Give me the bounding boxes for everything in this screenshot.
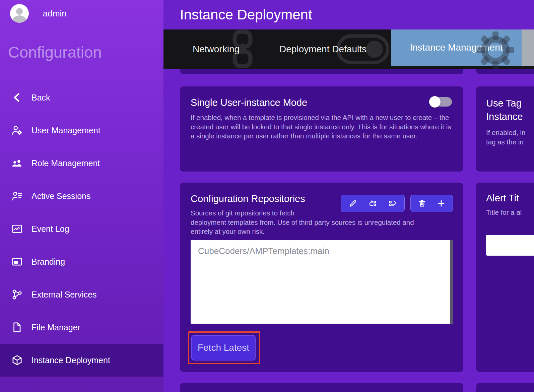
- add-button[interactable]: [433, 196, 449, 211]
- alert-title-input[interactable]: [486, 235, 534, 256]
- chart-icon: [11, 223, 23, 235]
- update-repo-button[interactable]: [385, 196, 400, 211]
- edit-button[interactable]: [345, 196, 361, 211]
- card-sliver-top-right: [476, 69, 534, 74]
- user-list-icon: [11, 190, 23, 202]
- sidebar-item-label: Event Log: [31, 224, 69, 234]
- sidebar-item-label: External Services: [31, 290, 97, 300]
- card-title: Use Tag Instance: [486, 96, 534, 123]
- chevron-left-icon: [11, 92, 23, 103]
- sidebar-item-label: File Manager: [31, 323, 80, 332]
- users-icon: [11, 157, 23, 169]
- sidebar-item-label: Role Management: [31, 158, 100, 168]
- sidebar-item-event-log[interactable]: Event Log: [0, 212, 163, 245]
- fetch-latest-button[interactable]: Fetch Latest: [191, 335, 256, 361]
- sidebar-item-external-services[interactable]: External Services: [0, 278, 163, 311]
- card-title: Single User-instance Mode: [191, 97, 453, 108]
- sidebar-item-active-sessions[interactable]: Active Sessions: [0, 180, 163, 212]
- sidebar-item-user-management[interactable]: User Management: [0, 114, 163, 147]
- card-alert-title: Alert Tit Title for a al: [476, 183, 534, 372]
- tab-bar: Networking Deployment Defaults Instance …: [163, 29, 534, 69]
- sidebar-item-branding[interactable]: Branding: [0, 245, 163, 278]
- avatar: [10, 4, 29, 23]
- sidebar-item-label: Active Sessions: [31, 191, 90, 201]
- repo-toolbar-group: [341, 195, 405, 212]
- pull-repo-button[interactable]: [365, 196, 381, 211]
- sidebar-nav: Back User Management Role Management: [0, 81, 163, 377]
- card-description: If enabled, when a template is provision…: [191, 113, 454, 141]
- scrollbar[interactable]: [450, 240, 453, 324]
- card-description: Title for a al: [486, 208, 534, 217]
- card-sliver-top-left: [180, 69, 463, 74]
- pull-repo-icon: [369, 199, 377, 208]
- tab-deployment-defaults[interactable]: Deployment Defaults: [269, 29, 377, 69]
- sidebar-item-label: User Management: [31, 126, 101, 135]
- page-title: Instance Deployment: [180, 0, 312, 29]
- sidebar-title: Configuration: [8, 43, 102, 61]
- card-sliver-bottom-right: [476, 383, 534, 392]
- tab-networking[interactable]: Networking: [163, 29, 269, 69]
- card-use-tag: Use Tag Instance If enabled, in tag as t…: [476, 86, 534, 172]
- update-repo-icon: [388, 199, 397, 208]
- repository-listbox[interactable]: CubeCoders/AMPTemplates:main: [191, 240, 453, 324]
- sidebar-item-role-management[interactable]: Role Management: [0, 147, 163, 180]
- delete-button[interactable]: [414, 196, 430, 211]
- nodes-icon: [11, 289, 23, 300]
- sidebar: admin Configuration Back User Management: [0, 0, 163, 392]
- sidebar-item-label: Branding: [31, 257, 65, 267]
- image-icon: [11, 256, 23, 267]
- repository-entry[interactable]: CubeCoders/AMPTemplates:main: [191, 240, 453, 262]
- user-row: admin: [10, 4, 67, 23]
- file-icon: [11, 322, 23, 333]
- single-user-mode-toggle[interactable]: [429, 96, 453, 108]
- card-single-user-instance-mode: Single User-instance Mode If enabled, wh…: [180, 86, 463, 172]
- card-configuration-repositories: Configuration Repositories: [180, 183, 463, 372]
- card-description: Sources of git repositories to fetch dep…: [191, 208, 453, 236]
- username: admin: [43, 8, 67, 19]
- sidebar-item-label: Instance Deployment: [31, 355, 110, 365]
- trash-icon: [418, 199, 426, 208]
- sidebar-item-back[interactable]: Back: [0, 81, 163, 114]
- avatar-person-icon: [16, 8, 23, 15]
- card-description: If enabled, in tag as the in: [486, 128, 534, 146]
- gear-icon: [477, 31, 514, 69]
- user-gear-icon: [11, 125, 23, 136]
- sidebar-item-file-manager[interactable]: File Manager: [0, 311, 163, 344]
- toggle-knob: [429, 96, 441, 108]
- sidebar-item-label: Back: [31, 93, 50, 103]
- app-window: admin Configuration Back User Management: [0, 0, 534, 392]
- card-sliver-bottom-left: [180, 383, 463, 392]
- plus-icon: [437, 199, 446, 208]
- repo-toolbar-group-2: [410, 195, 453, 212]
- card-title: Alert Tit: [486, 193, 534, 204]
- pencil-icon: [349, 199, 357, 208]
- tabbar-strip: [522, 29, 534, 66]
- sidebar-item-instance-deployment[interactable]: Instance Deployment: [0, 344, 163, 377]
- cube-icon: [11, 354, 23, 366]
